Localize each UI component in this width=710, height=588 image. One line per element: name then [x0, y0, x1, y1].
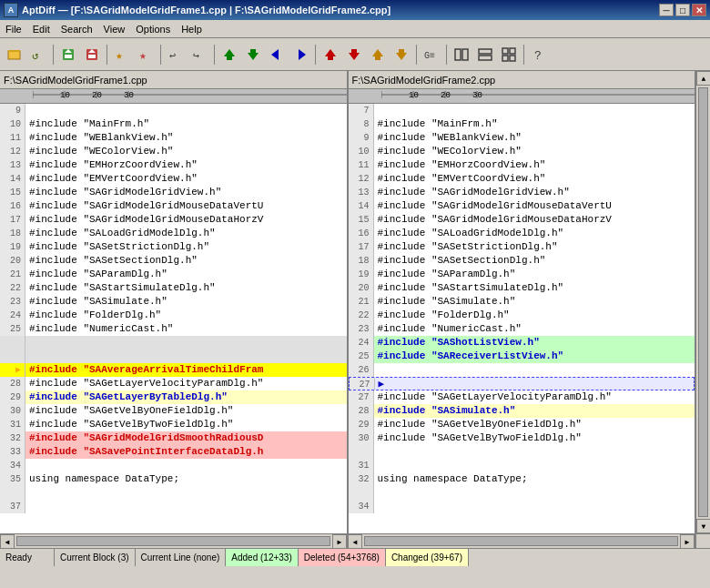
- tb-star2[interactable]: ★: [135, 44, 157, 66]
- tb-help[interactable]: ?: [528, 44, 550, 66]
- line-content: #include "SASetStrictionDlg.h": [374, 240, 695, 254]
- tb-up2[interactable]: [320, 44, 341, 66]
- tb-down3[interactable]: [390, 44, 412, 66]
- line-content: #include "EMHorzCoordView.h": [25, 158, 347, 172]
- line-content: #include "WEBlankView.h": [374, 131, 695, 145]
- tb-down1[interactable]: [242, 44, 264, 66]
- hscroll-thumb-left[interactable]: [16, 536, 330, 546]
- line-number: 13: [0, 158, 25, 172]
- tb-sep3: [160, 45, 161, 65]
- line-number: 10: [0, 117, 25, 131]
- line-number: 12: [349, 172, 374, 186]
- statusbar: Ready Current Block (3) Current Line (no…: [0, 548, 710, 566]
- close-button[interactable]: ✕: [692, 4, 706, 16]
- line-number: 24: [349, 336, 374, 350]
- svg-rect-17: [250, 49, 256, 53]
- vertical-scrollbar[interactable]: ▲ ▼: [695, 71, 710, 533]
- line-number: 28: [0, 377, 25, 390]
- menu-options[interactable]: Options: [130, 22, 176, 36]
- minimize-button[interactable]: ─: [659, 4, 674, 16]
- line-content: #include "SALoadGridModelDlg.h": [374, 227, 695, 240]
- line-number: 32: [0, 431, 25, 445]
- menubar: File Edit Search View Options Help: [0, 20, 710, 38]
- line-content: #include "SALoadGridModelDlg.h": [25, 227, 347, 240]
- svg-rect-8: [88, 55, 96, 58]
- menu-file[interactable]: File: [0, 22, 27, 36]
- line-content: using namespace DataType;: [25, 472, 347, 486]
- line-number: 9: [0, 104, 25, 117]
- tb-view1[interactable]: [451, 44, 472, 66]
- line-content: #include "SAGetVelByOneFieldDlg.h": [25, 404, 347, 418]
- line-number: 18: [0, 227, 25, 240]
- table-row: 33#include "SASavePointInterfaceDataDlg.…: [0, 445, 347, 459]
- line-number: 37: [0, 500, 25, 513]
- table-row: 31#include "SAGetVelByTwoFieldDlg.h": [0, 418, 347, 431]
- tb-right-nav[interactable]: [289, 44, 311, 66]
- left-pane-header: F:\SAGridModelGridFrame1.cpp: [0, 71, 347, 89]
- tb-link[interactable]: G≡: [421, 44, 442, 66]
- tb-refresh[interactable]: ↺: [27, 44, 49, 66]
- menu-search[interactable]: Search: [56, 22, 98, 36]
- tb-save2[interactable]: [81, 44, 103, 66]
- line-number: 22: [349, 309, 374, 322]
- line-number: 25: [349, 350, 374, 363]
- line-number: 30: [0, 404, 25, 418]
- scroll-left-arrow-right[interactable]: ◀: [348, 534, 362, 549]
- table-row: 15#include "SAGridModelGridMouseDataHorz…: [349, 213, 695, 227]
- line-content: #include "SAGridModelGridMouseDataVertU: [25, 199, 347, 213]
- tb-down2[interactable]: [343, 44, 365, 66]
- table-row: 34: [0, 459, 347, 472]
- line-content: [374, 486, 695, 500]
- line-number: 23: [0, 295, 25, 309]
- line-content: #include "FolderDlg.h": [374, 309, 695, 322]
- tb-undo[interactable]: ↩: [165, 44, 187, 66]
- svg-text:★: ★: [116, 49, 123, 62]
- line-number: 20: [0, 254, 25, 268]
- line-number: 8: [349, 117, 374, 131]
- table-row: 14#include "EMVertCoordView.h": [0, 172, 347, 186]
- line-content: #include "SASetStrictionDlg.h": [25, 240, 347, 254]
- hscroll-thumb-right[interactable]: [364, 536, 678, 546]
- tb-left-nav[interactable]: [266, 44, 288, 66]
- tb-up1[interactable]: [218, 44, 240, 66]
- line-number: 14: [349, 199, 374, 213]
- line-content: #include "SAStartSimulateDlg.h": [25, 281, 347, 295]
- menu-view[interactable]: View: [98, 22, 131, 36]
- tb-sep7: [446, 45, 447, 65]
- tb-view2[interactable]: [474, 44, 496, 66]
- line-number: 26: [349, 363, 374, 377]
- tb-open[interactable]: [4, 44, 25, 66]
- tb-redo[interactable]: ↪: [188, 44, 210, 66]
- svg-marker-22: [349, 53, 360, 60]
- left-ruler: 10 20 30: [0, 89, 347, 104]
- line-number: 31: [349, 459, 374, 472]
- status-added: Added (12+33): [226, 549, 298, 566]
- line-number: 33: [0, 445, 25, 459]
- svg-marker-18: [271, 49, 279, 60]
- scroll-right-arrow-left[interactable]: ▶: [332, 534, 347, 549]
- table-row: 26: [349, 363, 695, 377]
- maximize-button[interactable]: □: [675, 4, 690, 16]
- scroll-thumb-vertical[interactable]: [698, 87, 708, 517]
- line-content: [374, 104, 695, 117]
- table-row: 32#include "SAGridModelGridSmoothRadious…: [0, 431, 347, 445]
- line-number: 22: [0, 281, 25, 295]
- svg-rect-30: [462, 49, 468, 60]
- status-changed: Changed (39+67): [386, 549, 469, 566]
- table-row: 30#include "SAGetVelByTwoFieldDlg.h": [349, 431, 695, 445]
- tb-view3[interactable]: [498, 44, 520, 66]
- tb-up3[interactable]: [367, 44, 389, 66]
- scroll-right-arrow-right[interactable]: ▶: [680, 534, 695, 549]
- tb-save1[interactable]: [57, 44, 79, 66]
- scroll-left-arrow-left[interactable]: ◀: [0, 534, 15, 549]
- line-content: #include "SASimulate.h": [25, 295, 347, 309]
- menu-edit[interactable]: Edit: [27, 22, 56, 36]
- right-code-area: 78#include "MainFrm.h"9#include "WEBlank…: [349, 104, 695, 533]
- scroll-up-arrow[interactable]: ▲: [696, 71, 710, 86]
- tb-star[interactable]: ★: [111, 44, 133, 66]
- line-content: #include "SAGridModelGridView.h": [374, 186, 695, 199]
- svg-marker-16: [248, 53, 259, 60]
- menu-help[interactable]: Help: [176, 22, 208, 36]
- scroll-down-arrow[interactable]: ▼: [696, 519, 710, 533]
- line-number: 21: [349, 295, 374, 309]
